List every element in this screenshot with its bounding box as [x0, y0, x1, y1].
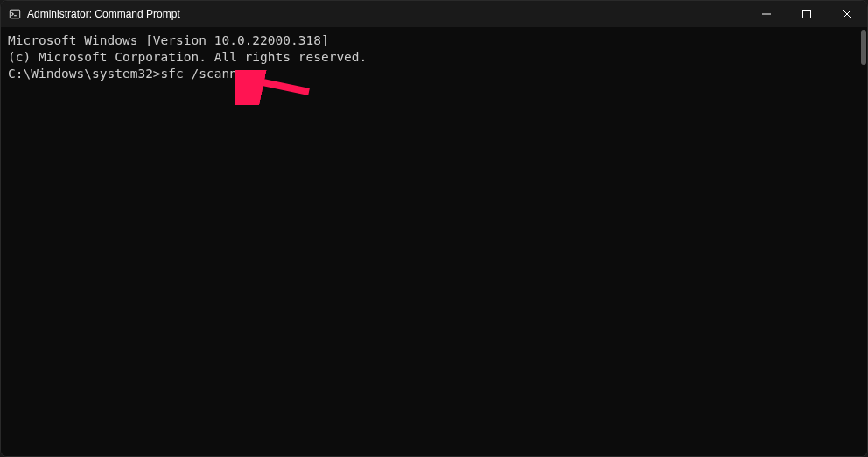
command-input[interactable]: sfc /scannow	[161, 67, 253, 81]
svg-rect-3	[803, 11, 811, 18]
titlebar[interactable]: Administrator: Command Prompt	[1, 1, 867, 27]
copyright-line: (c) Microsoft Corporation. All rights re…	[8, 49, 860, 66]
maximize-button[interactable]	[787, 1, 827, 27]
minimize-button[interactable]	[746, 1, 787, 27]
terminal-output[interactable]: Microsoft Windows [Version 10.0.22000.31…	[1, 27, 867, 456]
command-prompt-window: Administrator: Command Prompt Micr	[0, 0, 868, 457]
prompt-path: C:\Windows\system32>	[8, 67, 161, 81]
cmd-icon	[8, 7, 22, 21]
prompt-line: C:\Windows\system32>sfc /scannow	[8, 66, 860, 82]
window-controls	[746, 1, 867, 27]
window-title: Administrator: Command Prompt	[27, 8, 180, 20]
close-button[interactable]	[827, 1, 867, 27]
svg-rect-0	[10, 10, 19, 18]
scrollbar-thumb[interactable]	[861, 30, 866, 65]
titlebar-left: Administrator: Command Prompt	[8, 7, 180, 21]
version-line: Microsoft Windows [Version 10.0.22000.31…	[8, 32, 860, 49]
